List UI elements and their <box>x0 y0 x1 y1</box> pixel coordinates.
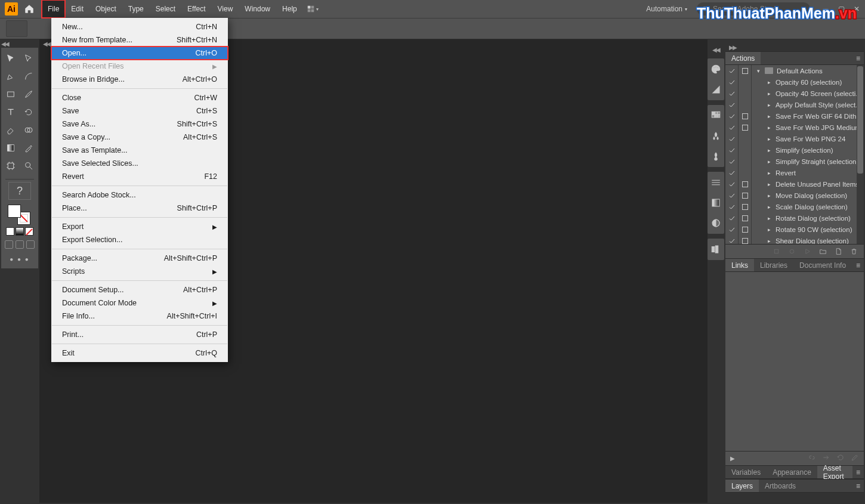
menu-window[interactable]: Window <box>239 0 276 18</box>
action-item[interactable]: ▸Delete Unused Panel Items <box>725 178 864 190</box>
layers-tab-artboards[interactable]: Artboards <box>759 480 802 492</box>
right-panel-handle[interactable]: ▶▶ <box>725 44 864 51</box>
action-item[interactable]: ▸Save For Web GIF 64 Dith... <box>725 110 864 122</box>
color-mode-none[interactable] <box>25 227 33 236</box>
draw-normal[interactable] <box>5 240 13 249</box>
actions-folder-row[interactable]: ▾Default Actions <box>725 65 864 76</box>
action-item[interactable]: ▸Shear Dialog (selection) <box>725 235 864 244</box>
edit-toolbar-button[interactable]: ? <box>8 182 31 200</box>
gradient-tool[interactable] <box>4 141 18 155</box>
symbols-panel-icon[interactable] <box>710 130 722 142</box>
file-menu-save-selected-slices[interactable]: Save Selected Slices... <box>51 157 228 170</box>
action-item[interactable]: ▸Revert <box>725 167 864 178</box>
panel-menu-icon[interactable]: ≡ <box>852 54 864 63</box>
transparency-panel-icon[interactable] <box>710 217 722 229</box>
file-menu-close[interactable]: CloseCtrl+W <box>51 91 228 104</box>
file-menu-new-from-template[interactable]: New from Template...Shift+Ctrl+N <box>51 33 228 47</box>
file-menu-save[interactable]: SaveCtrl+S <box>51 104 228 118</box>
canvas-handle[interactable]: ◀◀ <box>43 41 50 47</box>
direct-selection-tool[interactable] <box>21 51 36 66</box>
draw-behind[interactable] <box>16 240 24 249</box>
play-action-icon[interactable] <box>803 248 811 256</box>
app-logo[interactable]: Ai <box>5 2 18 16</box>
links-tab-libraries[interactable]: Libraries <box>754 259 793 271</box>
file-menu-export-selection[interactable]: Export Selection... <box>51 233 228 246</box>
eyedropper-tool[interactable] <box>21 141 36 155</box>
menu-help[interactable]: Help <box>276 0 303 18</box>
links-expand-icon[interactable]: ▶ <box>730 455 735 462</box>
vars-tab-appearance[interactable]: Appearance <box>767 466 817 478</box>
file-menu-save-a-copy[interactable]: Save a Copy...Alt+Ctrl+S <box>51 131 228 144</box>
gradient-panel-icon[interactable] <box>710 197 722 209</box>
action-item[interactable]: ▸Rotate Dialog (selection) <box>725 212 864 224</box>
type-tool[interactable] <box>4 105 18 119</box>
layers-tab-layers[interactable]: Layers <box>725 480 759 492</box>
file-menu-browse-in-bridge[interactable]: Browse in Bridge...Alt+Ctrl+O <box>51 73 228 86</box>
vars-tab-variables[interactable]: Variables <box>725 466 767 478</box>
menu-type[interactable]: Type <box>122 0 150 18</box>
dock-handle[interactable]: ◀◀ <box>712 47 719 52</box>
new-action-icon[interactable] <box>834 248 842 256</box>
artboard-tool[interactable] <box>4 159 18 173</box>
action-item[interactable]: ▸Scale Dialog (selection) <box>725 201 864 212</box>
toolbox-more[interactable]: ● ● ● <box>10 256 30 262</box>
tab-actions[interactable]: Actions <box>725 52 761 64</box>
delete-action-icon[interactable] <box>849 248 858 256</box>
file-menu-search-adobe-stock[interactable]: Search Adobe Stock... <box>51 188 228 202</box>
menu-select[interactable]: Select <box>150 0 181 18</box>
record-icon[interactable] <box>787 248 796 256</box>
rotate-tool[interactable] <box>21 105 36 119</box>
color-guide-panel-icon[interactable] <box>710 84 722 95</box>
update-link-icon[interactable] <box>836 453 845 463</box>
action-item[interactable]: ▸Move Dialog (selection) <box>725 190 864 201</box>
file-menu-file-info[interactable]: File Info...Alt+Shift+Ctrl+I <box>51 310 228 323</box>
vars-tab-asset-export[interactable]: Asset Export <box>817 466 852 478</box>
relink-icon[interactable] <box>808 453 816 463</box>
shape-builder-tool[interactable] <box>21 123 36 137</box>
file-menu-save-as-template[interactable]: Save as Template... <box>51 144 228 157</box>
menu-file[interactable]: File <box>42 0 65 18</box>
file-menu-new[interactable]: New...Ctrl+N <box>51 20 228 33</box>
vars-panel-menu-icon[interactable]: ≡ <box>852 468 864 477</box>
edit-original-icon[interactable] <box>851 453 859 463</box>
swatches-panel-icon[interactable] <box>710 110 722 122</box>
file-menu-package[interactable]: Package...Alt+Shift+Ctrl+P <box>51 252 228 265</box>
align-panel-icon[interactable] <box>710 243 722 255</box>
eraser-tool[interactable] <box>4 123 18 137</box>
color-mode-gradient[interactable] <box>16 227 24 236</box>
file-menu-open[interactable]: Open...Ctrl+O <box>51 47 228 60</box>
brushes-panel-icon[interactable] <box>710 150 722 162</box>
stroke-panel-icon[interactable] <box>710 177 722 188</box>
menu-view[interactable]: View <box>212 0 239 18</box>
control-slot[interactable] <box>6 20 27 37</box>
file-menu-export[interactable]: Export▶ <box>51 220 228 233</box>
links-tab-document-info[interactable]: Document Info <box>793 259 852 271</box>
action-item[interactable]: ▸Save For Web JPG Medium <box>725 122 864 133</box>
action-item[interactable]: ▸Apply Default Style (select... <box>725 99 864 110</box>
layers-panel-menu-icon[interactable]: ≡ <box>852 482 864 490</box>
menu-edit[interactable]: Edit <box>65 0 89 18</box>
menu-object[interactable]: Object <box>89 0 122 18</box>
fill-swatch[interactable] <box>8 205 21 218</box>
stop-recording-icon[interactable] <box>772 248 780 256</box>
file-menu-print[interactable]: Print...Ctrl+P <box>51 328 228 341</box>
workspace-switcher[interactable]: Automation▾ <box>642 5 691 13</box>
fill-stroke-swatch[interactable] <box>8 205 32 225</box>
pen-tool[interactable] <box>4 69 18 84</box>
new-set-folder-icon[interactable] <box>818 248 827 256</box>
action-item[interactable]: ▸Save For Web PNG 24 <box>725 133 864 144</box>
action-item[interactable]: ▸Simplify Straight (selection) <box>725 156 864 167</box>
links-tab-links[interactable]: Links <box>725 259 754 271</box>
paintbrush-tool[interactable] <box>21 87 36 101</box>
links-panel-menu-icon[interactable]: ≡ <box>852 261 864 270</box>
go-to-link-icon[interactable] <box>822 453 830 463</box>
curvature-tool[interactable] <box>21 69 36 84</box>
action-item[interactable]: ▸Opacity 60 (selection) <box>725 76 864 88</box>
action-item[interactable]: ▸Simplify (selection) <box>725 144 864 156</box>
arrange-documents-icon[interactable]: ▾ <box>307 3 319 15</box>
zoom-tool[interactable] <box>21 159 36 173</box>
file-menu-revert[interactable]: RevertF12 <box>51 170 228 183</box>
rectangle-tool[interactable] <box>4 87 18 101</box>
file-menu-document-setup[interactable]: Document Setup...Alt+Ctrl+P <box>51 283 228 296</box>
action-item[interactable]: ▸Rotate 90 CW (selection) <box>725 224 864 235</box>
